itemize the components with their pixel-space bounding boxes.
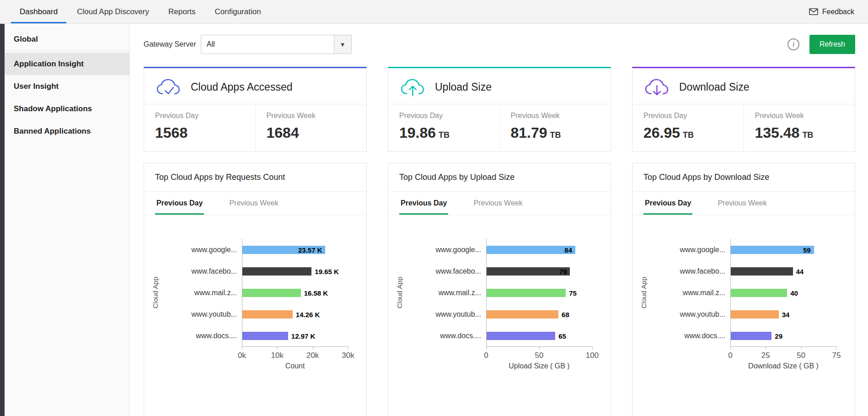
stat-unit: TB	[802, 130, 813, 140]
x-tick-mark	[539, 347, 540, 350]
stat-card-body: Previous Day 26.95TB Previous Week 135.4…	[632, 104, 855, 151]
nav-item-reports[interactable]: Reports	[159, 0, 205, 23]
stat-number: 135.48	[755, 124, 800, 141]
sidebar-item-global[interactable]: Global	[5, 28, 129, 51]
sidebar-item-shadow-applications[interactable]: Shadow Applications	[5, 97, 129, 120]
bar-value: 14.26 K	[296, 310, 320, 318]
previous-week-value: 1684	[267, 124, 356, 141]
category-label: www.docs....	[161, 332, 242, 340]
bar-value: 12.97 K	[291, 332, 316, 340]
x-axis-title: Count	[242, 362, 348, 370]
previous-week-label: Previous Week	[511, 112, 600, 120]
previous-day-stat: Previous Day 1568	[144, 104, 255, 151]
bar-value: 34	[782, 310, 790, 318]
chart-card-requests-count: Top Cloud Apps by Requests Count Previou…	[144, 163, 367, 416]
previous-day-value: 19.86TB	[399, 124, 488, 141]
bar	[731, 267, 793, 276]
bar-track: 12.97 K	[242, 325, 348, 346]
envelope-icon	[809, 8, 818, 15]
bar-value: 79	[559, 267, 567, 275]
tab-previous-week[interactable]: Previous Week	[228, 192, 279, 215]
nav-item-configuration[interactable]: Configuration	[205, 0, 271, 23]
chart-row: www.google...59	[649, 239, 836, 260]
x-tick-label: 50	[797, 351, 805, 360]
bar	[487, 267, 570, 276]
tab-previous-day[interactable]: Previous Day	[155, 192, 204, 215]
x-tick-mark	[730, 347, 731, 350]
bar	[731, 246, 814, 254]
x-tick-mark	[766, 347, 766, 350]
bar-track: 19.65 K	[242, 260, 348, 282]
category-label: www.mail.z...	[649, 289, 730, 297]
stat-cards-row: Cloud Apps Accessed Previous Day 1568 Pr…	[144, 67, 855, 152]
bar-track: 23.57 K	[242, 239, 348, 260]
category-label: www.google...	[405, 246, 486, 254]
x-tick-label: 30k	[342, 351, 354, 360]
chart-plot: www.google...84www.facebo...79www.mail.z…	[405, 239, 592, 370]
bar	[731, 310, 779, 319]
tab-previous-week[interactable]: Previous Week	[472, 192, 524, 215]
sidebar-item-banned-applications[interactable]: Banned Applications	[5, 120, 129, 142]
y-axis-label: Cloud App	[150, 239, 161, 346]
x-tick-mark	[242, 347, 242, 350]
chart-row: www.docs....65	[405, 325, 592, 346]
previous-day-label: Previous Day	[643, 112, 733, 120]
chart-row: www.mail.z...16.58 K	[161, 282, 348, 303]
sidebar-collapse-strip[interactable]	[0, 24, 5, 416]
previous-week-label: Previous Week	[755, 112, 844, 120]
stat-number: 81.79	[511, 124, 547, 141]
bar-value: 23.57 K	[298, 246, 322, 254]
info-icon[interactable]: i	[788, 38, 799, 50]
bar	[487, 246, 575, 254]
nav-item-cloud-app-discovery[interactable]: Cloud App Discovery	[67, 0, 159, 23]
nav-item-dashboard[interactable]: Dashboard	[10, 0, 67, 23]
chart-row: www.youtub...14.26 K	[161, 303, 348, 325]
x-tick-label: 0	[728, 351, 732, 360]
tab-previous-week[interactable]: Previous Week	[716, 192, 768, 215]
bar-value: 59	[803, 246, 811, 254]
previous-week-stat: Previous Week 135.48TB	[744, 104, 855, 151]
previous-day-value: 1568	[155, 124, 244, 141]
x-tick-label: 25	[761, 351, 770, 360]
bar	[731, 332, 772, 340]
bar	[242, 310, 293, 319]
tab-previous-day[interactable]: Previous Day	[399, 192, 448, 215]
bar-track: 84	[486, 239, 592, 260]
chart-rows: www.google...84www.facebo...79www.mail.z…	[405, 239, 592, 346]
bar	[487, 289, 566, 297]
bar-track: 79	[486, 260, 592, 282]
chevron-down-icon[interactable]: ▼	[334, 35, 351, 54]
stat-card-header: Upload Size	[388, 68, 611, 104]
bar-track: 59	[730, 239, 836, 260]
stat-card-title: Download Size	[679, 81, 749, 93]
sidebar-item-application-insight[interactable]: Application Insight	[5, 53, 129, 75]
x-tick-label: 75	[832, 351, 841, 360]
gateway-server-select[interactable]: All ▼	[201, 35, 352, 54]
feedback-button[interactable]: Feedback	[809, 0, 868, 23]
chart-row: www.google...23.57 K	[161, 239, 348, 260]
x-axis: 0k10k20k30k	[242, 346, 348, 362]
category-label: www.google...	[649, 246, 730, 254]
feedback-label: Feedback	[822, 8, 854, 16]
stat-number: 1568	[155, 124, 188, 141]
bar-track: 65	[486, 325, 592, 346]
tab-previous-day[interactable]: Previous Day	[643, 192, 692, 215]
stat-card-upload-size: Upload Size Previous Day 19.86TB Previou…	[388, 67, 611, 152]
refresh-button[interactable]: Refresh	[809, 35, 855, 54]
previous-day-label: Previous Day	[399, 112, 488, 120]
chart-card-upload-size: Top Cloud Apps by Upload Size Previous D…	[388, 163, 611, 416]
bar-track: 14.26 K	[242, 303, 348, 325]
sidebar-item-user-insight[interactable]: User Insight	[5, 75, 129, 97]
bar-value: 40	[790, 289, 798, 297]
stat-unit: TB	[550, 130, 561, 140]
x-tick-mark	[348, 347, 348, 350]
stat-number: 19.86	[399, 124, 436, 141]
category-label: www.mail.z...	[161, 289, 242, 297]
chart-tabs: Previous Day Previous Week	[632, 192, 855, 215]
bar-track: 16.58 K	[242, 282, 348, 303]
category-label: www.facebo...	[405, 267, 486, 276]
previous-week-label: Previous Week	[267, 112, 356, 120]
x-tick-label: 20k	[306, 351, 319, 360]
sidebar: Global Application Insight User Insight …	[5, 24, 130, 416]
chart-row: www.youtub...34	[649, 303, 836, 325]
